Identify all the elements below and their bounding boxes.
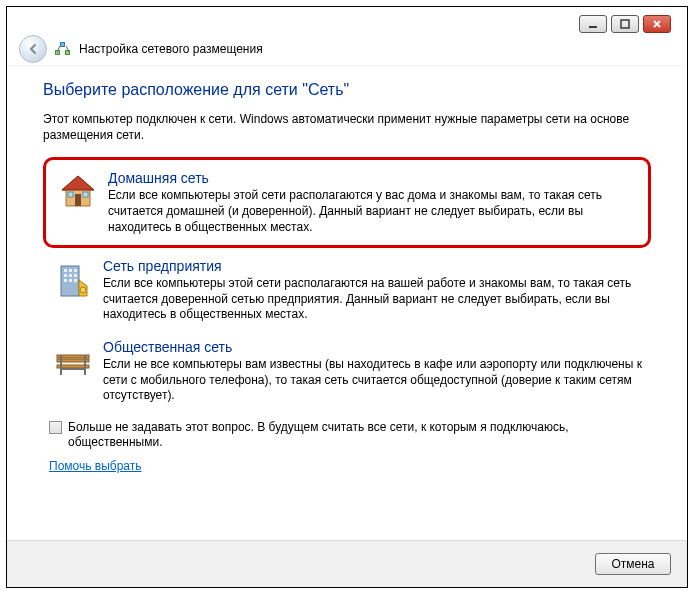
maximize-button[interactable] [611,15,639,33]
header-divider [7,65,687,66]
wizard-header: Настройка сетевого размещения [19,35,263,63]
svg-rect-6 [83,192,88,197]
highlight-home-network: Домашняя сеть Если все компьютеры этой с… [43,157,651,248]
park-bench-icon [53,341,93,384]
dont-ask-again-checkbox[interactable] [49,421,62,434]
svg-rect-4 [75,194,81,206]
option-work-network[interactable]: Сеть предприятия Если все компьютеры это… [43,250,651,331]
svg-rect-12 [69,274,72,277]
svg-rect-1 [621,20,629,28]
svg-point-17 [80,287,86,293]
option-title: Домашняя сеть [108,170,640,186]
svg-marker-3 [62,176,94,190]
svg-rect-10 [74,269,77,272]
svg-rect-13 [74,274,77,277]
window-controls [579,15,671,33]
window-frame: Настройка сетевого размещения Выберите р… [6,6,688,588]
svg-rect-5 [68,192,73,197]
option-desc: Если все компьютеры этой сети располагаю… [108,188,640,235]
back-button[interactable] [19,35,47,63]
svg-rect-15 [69,279,72,282]
option-title: Общественная сеть [103,339,645,355]
house-icon [58,172,98,215]
help-choose-link[interactable]: Помочь выбрать [43,459,142,473]
option-home-network[interactable]: Домашняя сеть Если все компьютеры этой с… [48,162,646,243]
window-title: Настройка сетевого размещения [79,42,263,56]
office-building-icon [53,260,93,303]
svg-rect-21 [60,355,62,375]
dont-ask-again-label[interactable]: Больше не задавать этот вопрос. В будуще… [68,420,651,451]
network-location-icon [55,42,71,56]
content-area: Выберите расположение для сети "Сеть" Эт… [43,81,651,527]
option-desc: Если все компьютеры этой сети располагаю… [103,276,645,323]
option-desc: Если не все компьютеры вам известны (вы … [103,357,645,404]
svg-rect-22 [84,355,86,375]
svg-rect-11 [64,274,67,277]
svg-rect-14 [64,279,67,282]
svg-rect-16 [74,279,77,282]
intro-text: Этот компьютер подключен к сети. Windows… [43,111,651,143]
svg-rect-9 [69,269,72,272]
option-title: Сеть предприятия [103,258,645,274]
minimize-button[interactable] [579,15,607,33]
svg-rect-23 [60,368,86,370]
page-heading: Выберите расположение для сети "Сеть" [43,81,651,99]
close-button[interactable] [643,15,671,33]
option-public-network[interactable]: Общественная сеть Если не все компьютеры… [43,331,651,412]
dont-ask-again-row: Больше не задавать этот вопрос. В будуще… [43,420,651,451]
footer-bar: Отмена [7,540,687,587]
svg-rect-0 [589,26,597,28]
cancel-button[interactable]: Отмена [595,553,671,575]
svg-rect-8 [64,269,67,272]
